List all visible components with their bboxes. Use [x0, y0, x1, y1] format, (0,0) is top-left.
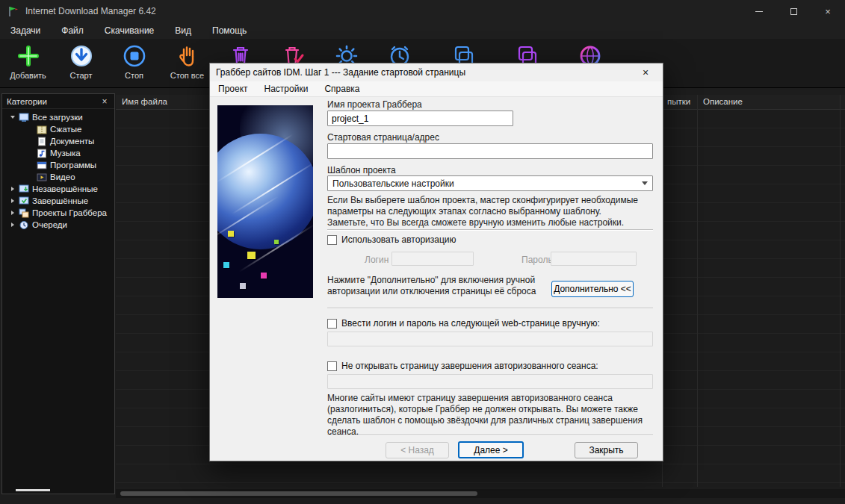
dialog-menubar: Проект Настройки Справка — [210, 81, 663, 97]
sidebar-item-compressed[interactable]: Сжатые — [2, 123, 114, 135]
sidebar-item-label: Незавершённые — [32, 184, 98, 193]
chevron-down-icon — [642, 181, 648, 185]
password-input[interactable] — [551, 252, 637, 266]
music-icon — [37, 149, 47, 158]
categories-title: Категории — [7, 97, 47, 106]
minimize-icon — [755, 11, 763, 12]
horizontal-scrollbar[interactable] — [116, 489, 845, 498]
scrollbar-thumb[interactable] — [120, 491, 477, 496]
login-input[interactable] — [391, 252, 474, 266]
template-hint-text: Если Вы выберете шаблон проекта, мастер … — [327, 195, 657, 228]
template-label: Шаблон проекта — [327, 165, 396, 175]
use-authorization-checkbox[interactable]: Использовать авторизацию — [327, 234, 456, 245]
stop-all-label: Стоп все — [170, 71, 204, 80]
dialog-menu-settings[interactable]: Настройки — [256, 84, 317, 94]
sidebar-item-grabber-projects[interactable]: Проекты Граббера — [2, 207, 114, 219]
advanced-button[interactable]: Дополнительно << — [551, 281, 634, 297]
sidebar-item-documents[interactable]: Документы — [2, 135, 114, 147]
maximize-button[interactable] — [776, 0, 811, 22]
template-selected-value: Пользовательские настройки — [332, 178, 454, 189]
no-logout-checkbox[interactable]: Не открывать страницу завершения авториз… — [327, 361, 598, 371]
start-icon — [69, 43, 94, 69]
start-button[interactable]: Старт — [55, 42, 108, 80]
checkbox-icon[interactable] — [327, 235, 337, 245]
idm-main-window: { "icons": { "close_glyph": "×" }, "titl… — [0, 0, 845, 504]
chevron-right-icon[interactable] — [8, 223, 17, 227]
dialog-menu-help[interactable]: Справка — [316, 84, 368, 94]
chevron-right-icon[interactable] — [8, 211, 17, 215]
categories-close-icon[interactable]: × — [99, 96, 110, 107]
start-page-input[interactable] — [327, 143, 653, 159]
start-label: Старт — [70, 71, 93, 80]
grabber-projects-icon — [19, 208, 29, 218]
next-button[interactable]: Далее > — [458, 441, 524, 458]
sidebar-item-label: Видео — [50, 172, 75, 181]
separator — [327, 435, 653, 436]
checkbox-icon[interactable] — [327, 361, 337, 371]
maximize-icon — [790, 8, 797, 15]
column-filename[interactable]: Имя файла — [122, 97, 167, 106]
project-name-label: Имя проекта Граббера — [327, 99, 422, 110]
back-button[interactable]: < Назад — [386, 442, 449, 458]
chevron-down-icon[interactable] — [8, 116, 17, 119]
stop-button[interactable]: Стоп — [108, 42, 161, 80]
sidebar-item-queues[interactable]: Очереди — [2, 219, 114, 231]
template-select[interactable]: Пользовательские настройки — [327, 175, 653, 191]
menu-file[interactable]: Файл — [51, 22, 94, 39]
video-icon — [37, 172, 47, 182]
compressed-icon — [37, 125, 47, 134]
manual-login-checkbox[interactable]: Ввести логин и пароль на следующей web-с… — [327, 318, 600, 329]
checkbox-icon[interactable] — [327, 319, 337, 329]
menu-tasks[interactable]: Задачи — [0, 22, 51, 39]
dialog-menu-project[interactable]: Проект — [210, 84, 256, 94]
grabber-wizard-image — [217, 105, 313, 298]
advanced-hint-text: Нажмите "Дополнительно" для включения ру… — [327, 275, 550, 297]
stop-all-button[interactable]: Стоп все — [161, 42, 214, 80]
sidebar-item-label: Все загрузки — [32, 113, 83, 122]
categories-panel: Категории × Все загрузки Сжатые Документ… — [1, 93, 115, 494]
window-title: Internet Download Manager 6.42 — [25, 6, 156, 16]
no-logout-label: Не открывать страницу завершения авториз… — [341, 361, 598, 371]
grabber-wizard-dialog: Граббер сайтов IDM. Шаг 1 --- Задание ст… — [209, 63, 663, 461]
dialog-titlebar: Граббер сайтов IDM. Шаг 1 --- Задание ст… — [210, 63, 663, 81]
sidebar-scrollbar-thumb[interactable] — [16, 489, 50, 491]
unfinished-icon — [19, 184, 29, 194]
chevron-right-icon[interactable] — [8, 199, 17, 203]
add-url-button[interactable]: Добавить — [1, 42, 55, 80]
programs-icon — [37, 161, 47, 170]
minimize-button[interactable] — [742, 0, 776, 22]
close-icon: × — [825, 6, 831, 17]
dialog-close-button[interactable]: Закрыть — [575, 442, 638, 458]
close-button[interactable]: × — [811, 0, 845, 22]
all-downloads-icon — [19, 113, 29, 122]
sidebar-item-all-downloads[interactable]: Все загрузки — [2, 111, 114, 123]
menu-view[interactable]: Вид — [164, 22, 202, 39]
menu-downloads[interactable]: Скачивание — [94, 22, 164, 39]
column-description[interactable]: Описание — [703, 97, 743, 106]
sidebar-item-video[interactable]: Видео — [2, 171, 114, 183]
sidebar-item-label: Программы — [50, 161, 96, 169]
logout-page-input[interactable] — [327, 374, 653, 389]
manual-login-page-input[interactable] — [327, 332, 653, 346]
sidebar-item-finished[interactable]: Завершённые — [2, 195, 114, 207]
login-label: Логин — [365, 255, 389, 265]
column-retries[interactable]: пытки — [667, 97, 690, 106]
separator — [327, 308, 653, 309]
sidebar-item-unfinished[interactable]: Незавершённые — [2, 183, 114, 195]
idm-logo-icon — [7, 5, 19, 17]
sidebar-item-label: Сжатые — [50, 125, 81, 134]
add-label: Добавить — [10, 71, 46, 80]
menu-help[interactable]: Помощь — [202, 22, 257, 39]
categories-header: Категории × — [2, 94, 114, 109]
project-name-input[interactable] — [327, 111, 513, 126]
password-label: Пароль — [521, 255, 553, 265]
sidebar-item-music[interactable]: Музыка — [2, 147, 114, 159]
chevron-right-icon[interactable] — [8, 187, 17, 191]
dialog-close-icon[interactable]: × — [634, 66, 657, 78]
documents-icon — [37, 137, 47, 146]
stop-all-hand-icon — [175, 43, 200, 69]
titlebar: Internet Download Manager 6.42 × — [0, 0, 845, 22]
dialog-title: Граббер сайтов IDM. Шаг 1 --- Задание ст… — [216, 67, 465, 78]
sidebar-item-programs[interactable]: Программы — [2, 159, 114, 171]
use-authorization-label: Использовать авторизацию — [341, 234, 456, 245]
